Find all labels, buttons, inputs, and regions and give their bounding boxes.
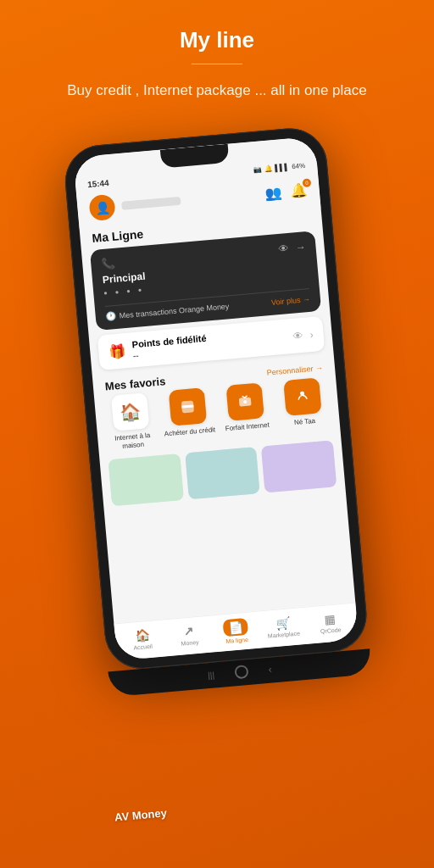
fav-item-neta[interactable]: Né Taa bbox=[275, 377, 331, 437]
fav-label-neta: Né Taa bbox=[294, 417, 316, 427]
avatar: 👤 bbox=[88, 194, 116, 222]
phone-mockup: 15:44 📷 🔔 ▌▌▌ 64% 👤 bbox=[62, 125, 371, 698]
ma-ligne-icon: 📄 bbox=[228, 620, 243, 634]
user-info: 👤 bbox=[88, 188, 181, 221]
home-gesture-icon bbox=[234, 665, 248, 679]
user-icon: 👤 bbox=[94, 200, 109, 214]
qrcode-icon: ▦ bbox=[324, 612, 336, 626]
hide-points-icon[interactable]: 👁 bbox=[292, 329, 303, 342]
fav-label-internet: Internet à la maison bbox=[106, 431, 159, 452]
page-title: My line bbox=[34, 27, 400, 53]
divider bbox=[192, 64, 242, 64]
forfait-icon bbox=[225, 382, 264, 421]
nav-marketplace[interactable]: 🛒 Marketplace bbox=[264, 615, 303, 639]
promo-card-3[interactable] bbox=[261, 440, 337, 492]
points-arrow-icon[interactable]: › bbox=[309, 328, 314, 340]
clock-icon: 🕐 bbox=[105, 311, 116, 321]
favoris-title: Mes favoris bbox=[104, 375, 166, 392]
header-actions: 👥 🔔 0 bbox=[264, 181, 308, 201]
fav-item-forfait[interactable]: Forfait Internet bbox=[217, 381, 274, 441]
arrow-right-icon[interactable]: → bbox=[295, 241, 306, 253]
signal-icon: ▌▌▌ bbox=[275, 163, 290, 171]
back-gesture-icon: ||| bbox=[208, 670, 215, 680]
bottom-nav: 🏠 Accueil ↗ Money 📄 Ma ligne 🛒 bbox=[114, 603, 359, 661]
home-icon: 🏠 bbox=[134, 628, 149, 643]
notifications-icon[interactable]: 🔔 0 bbox=[290, 181, 309, 199]
internet-home-icon: 🏠 bbox=[111, 392, 150, 431]
transactions-label: Mes transactions Orange Money bbox=[119, 302, 229, 320]
header-section: My line Buy credit , Internet package ..… bbox=[0, 0, 434, 115]
notification-badge: 0 bbox=[302, 178, 311, 187]
camera-icon: 📷 bbox=[253, 165, 262, 174]
page-subtitle: Buy credit , Internet package ... all in… bbox=[34, 80, 400, 102]
back-nav-icon: ‹ bbox=[268, 664, 272, 676]
notification-icon: 🔔 bbox=[264, 164, 273, 173]
nav-accueil-label: Accueil bbox=[133, 643, 153, 651]
page-background: My line Buy credit , Internet package ..… bbox=[0, 0, 434, 115]
nav-money-label: Money bbox=[181, 639, 199, 647]
status-time: 15:44 bbox=[87, 178, 109, 189]
credit-icon bbox=[169, 387, 208, 426]
nav-accueil[interactable]: 🏠 Accueil bbox=[123, 627, 162, 652]
nav-ma-ligne-label: Ma ligne bbox=[225, 637, 248, 644]
nav-ma-ligne[interactable]: 📄 Ma ligne bbox=[217, 617, 256, 645]
promo-card-1[interactable] bbox=[108, 453, 184, 506]
battery-icon: 64% bbox=[292, 162, 306, 170]
gift-icon: 🎁 bbox=[108, 342, 127, 360]
fav-label-forfait: Forfait Internet bbox=[225, 421, 270, 433]
personnaliser-link[interactable]: Personnaliser → bbox=[266, 363, 323, 376]
fav-item-internet[interactable]: 🏠 Internet à la maison bbox=[103, 392, 159, 451]
neta-icon bbox=[283, 377, 322, 416]
nav-marketplace-label: Marketplace bbox=[268, 630, 301, 638]
contacts-icon[interactable]: 👥 bbox=[264, 184, 283, 202]
voir-plus-link[interactable]: Voir plus → bbox=[271, 294, 311, 306]
money-icon: ↗ bbox=[183, 624, 194, 638]
fav-label-credit: Achéter du crédit bbox=[164, 426, 215, 438]
nav-qrcode-label: QrCode bbox=[320, 626, 342, 634]
phone-call-icon: 📞 bbox=[101, 257, 115, 270]
av-money-label: AV Money bbox=[114, 806, 167, 823]
phone-screen: 15:44 📷 🔔 ▌▌▌ 64% 👤 bbox=[73, 136, 359, 661]
phone-shell: 15:44 📷 🔔 ▌▌▌ 64% 👤 bbox=[62, 125, 370, 672]
hide-balance-icon[interactable]: 👁 bbox=[278, 242, 289, 254]
user-name-blur bbox=[121, 197, 181, 210]
fav-item-credit[interactable]: Achéter du crédit bbox=[160, 387, 217, 446]
nav-money[interactable]: ↗ Money bbox=[170, 623, 209, 648]
nav-qrcode[interactable]: ▦ QrCode bbox=[310, 610, 349, 635]
promo-card-2[interactable] bbox=[185, 447, 260, 499]
marketplace-icon: 🛒 bbox=[275, 615, 291, 630]
